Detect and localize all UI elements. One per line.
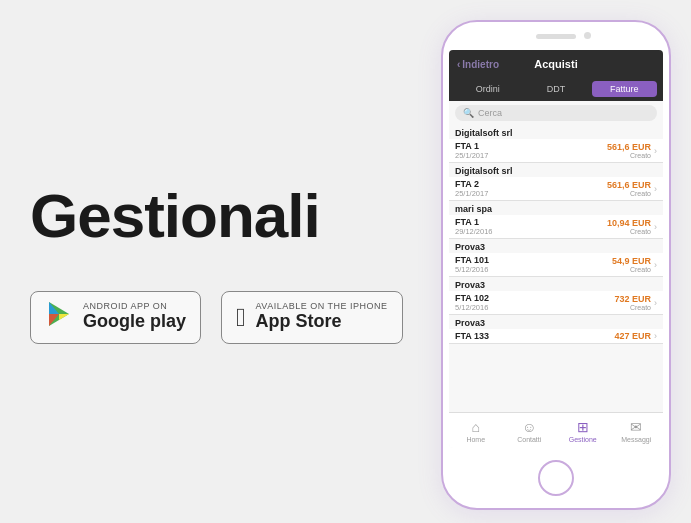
- screen-nav-bar: ‹ Indietro Acquisti: [449, 50, 663, 78]
- item-status: Creato: [630, 266, 651, 273]
- item-date: 29/12/2016: [455, 227, 493, 236]
- phone-screen: ‹ Indietro Acquisti Ordini DDT Fatture 🔍…: [449, 50, 663, 448]
- item-date: 25/1/2017: [455, 189, 488, 198]
- item-left: FTA 1 29/12/2016: [455, 217, 493, 236]
- nav-back-label: Indietro: [462, 59, 499, 70]
- item-info: 427 EUR: [614, 331, 651, 341]
- home-label: Home: [466, 436, 485, 443]
- chevron-right-icon: ›: [654, 331, 657, 341]
- item-info: 10,94 EUR Creato: [607, 218, 651, 235]
- list-item[interactable]: FTA 2 25/1/2017 561,6 EUR Creato ›: [449, 177, 663, 201]
- chevron-right-icon: ›: [654, 298, 657, 308]
- item-status: Creato: [630, 304, 651, 311]
- bottom-tab-home[interactable]: ⌂ Home: [449, 413, 503, 448]
- left-section: Gestionali ANDROID APP ON Google play  …: [0, 0, 420, 523]
- item-status: Creato: [630, 228, 651, 235]
- item-right: 561,6 EUR Creato ›: [607, 180, 657, 197]
- chevron-left-icon: ‹: [457, 59, 460, 70]
- side-button-volume-up: [441, 122, 443, 147]
- main-title: Gestionali: [30, 180, 320, 251]
- tab-ordini[interactable]: Ordini: [455, 81, 520, 97]
- item-code: FTA 102: [455, 293, 489, 303]
- tab-ddt[interactable]: DDT: [523, 81, 588, 97]
- item-status: Creato: [630, 152, 651, 159]
- chevron-right-icon: ›: [654, 260, 657, 270]
- badges-row: ANDROID APP ON Google play  Available o…: [30, 291, 403, 344]
- phone-frame: ‹ Indietro Acquisti Ordini DDT Fatture 🔍…: [441, 20, 671, 510]
- nav-back-button[interactable]: ‹ Indietro: [457, 59, 499, 70]
- tab-fatture[interactable]: Fatture: [592, 81, 657, 97]
- bottom-tab-bar: ⌂ Home ☺ Contatti ⊞ Gestione ✉ Messaggi: [449, 412, 663, 448]
- search-placeholder: Cerca: [478, 108, 502, 118]
- contatti-label: Contatti: [517, 436, 541, 443]
- phone-speaker: [536, 34, 576, 39]
- apple-icon: : [236, 302, 246, 333]
- item-amount: 10,94 EUR: [607, 218, 651, 228]
- list-item[interactable]: FTA 1 29/12/2016 10,94 EUR Creato ›: [449, 215, 663, 239]
- item-left: FTA 133: [455, 331, 489, 341]
- item-info: 561,6 EUR Creato: [607, 180, 651, 197]
- item-date: 5/12/2016: [455, 303, 489, 312]
- phone-camera: [584, 32, 591, 39]
- search-icon: 🔍: [463, 108, 474, 118]
- item-right: 561,6 EUR Creato ›: [607, 142, 657, 159]
- item-date: 25/1/2017: [455, 151, 488, 160]
- app-store-badge[interactable]:  Available on the iPhone App Store: [221, 291, 403, 344]
- google-play-icon: [45, 300, 73, 335]
- item-info: 732 EUR Creato: [614, 294, 651, 311]
- invoice-list: Digitalsoft srl FTA 1 25/1/2017 561,6 EU…: [449, 125, 663, 344]
- bottom-tab-messaggi[interactable]: ✉ Messaggi: [610, 413, 664, 448]
- item-amount: 561,6 EUR: [607, 180, 651, 190]
- phone-home-button[interactable]: [538, 460, 574, 496]
- section-header-5: Prova3: [449, 315, 663, 329]
- item-amount: 427 EUR: [614, 331, 651, 341]
- item-code: FTA 101: [455, 255, 489, 265]
- home-icon: ⌂: [472, 419, 480, 435]
- app-store-small-label: Available on the iPhone: [256, 301, 388, 311]
- messages-icon: ✉: [630, 419, 642, 435]
- item-amount: 561,6 EUR: [607, 142, 651, 152]
- contacts-icon: ☺: [522, 419, 536, 435]
- phone-container: ‹ Indietro Acquisti Ordini DDT Fatture 🔍…: [441, 20, 671, 510]
- google-play-badge[interactable]: ANDROID APP ON Google play: [30, 291, 201, 344]
- item-left: FTA 102 5/12/2016: [455, 293, 489, 312]
- side-button-volume-down: [441, 157, 443, 182]
- item-code: FTA 1: [455, 141, 488, 151]
- item-status: Creato: [630, 190, 651, 197]
- item-left: FTA 101 5/12/2016: [455, 255, 489, 274]
- app-store-large-label: App Store: [256, 311, 388, 333]
- item-code: FTA 133: [455, 331, 489, 341]
- search-bar[interactable]: 🔍 Cerca: [455, 105, 657, 121]
- item-right: 10,94 EUR Creato ›: [607, 218, 657, 235]
- item-left: FTA 2 25/1/2017: [455, 179, 488, 198]
- section-header-0: Digitalsoft srl: [449, 125, 663, 139]
- item-right: 54,9 EUR Creato ›: [612, 256, 657, 273]
- side-button-power: [669, 152, 671, 197]
- gestione-icon: ⊞: [577, 419, 589, 435]
- list-item[interactable]: FTA 102 5/12/2016 732 EUR Creato ›: [449, 291, 663, 315]
- item-right: 732 EUR Creato ›: [614, 294, 657, 311]
- item-info: 561,6 EUR Creato: [607, 142, 651, 159]
- google-play-large-label: Google play: [83, 311, 186, 333]
- list-item[interactable]: FTA 133 427 EUR ›: [449, 329, 663, 344]
- chevron-right-icon: ›: [654, 222, 657, 232]
- google-play-small-label: ANDROID APP ON: [83, 301, 186, 311]
- item-left: FTA 1 25/1/2017: [455, 141, 488, 160]
- list-item[interactable]: FTA 101 5/12/2016 54,9 EUR Creato ›: [449, 253, 663, 277]
- svg-marker-3: [59, 314, 69, 320]
- section-header-1: Digitalsoft srl: [449, 163, 663, 177]
- bottom-tab-contatti[interactable]: ☺ Contatti: [503, 413, 557, 448]
- chevron-right-icon: ›: [654, 146, 657, 156]
- google-play-badge-text: ANDROID APP ON Google play: [83, 301, 186, 333]
- messaggi-label: Messaggi: [621, 436, 651, 443]
- section-header-4: Prova3: [449, 277, 663, 291]
- list-item[interactable]: FTA 1 25/1/2017 561,6 EUR Creato ›: [449, 139, 663, 163]
- gestione-label: Gestione: [569, 436, 597, 443]
- nav-title: Acquisti: [534, 58, 577, 70]
- item-right: 427 EUR ›: [614, 331, 657, 341]
- item-amount: 54,9 EUR: [612, 256, 651, 266]
- item-amount: 732 EUR: [614, 294, 651, 304]
- bottom-tab-gestione[interactable]: ⊞ Gestione: [556, 413, 610, 448]
- item-code: FTA 1: [455, 217, 493, 227]
- section-header-2: mari spa: [449, 201, 663, 215]
